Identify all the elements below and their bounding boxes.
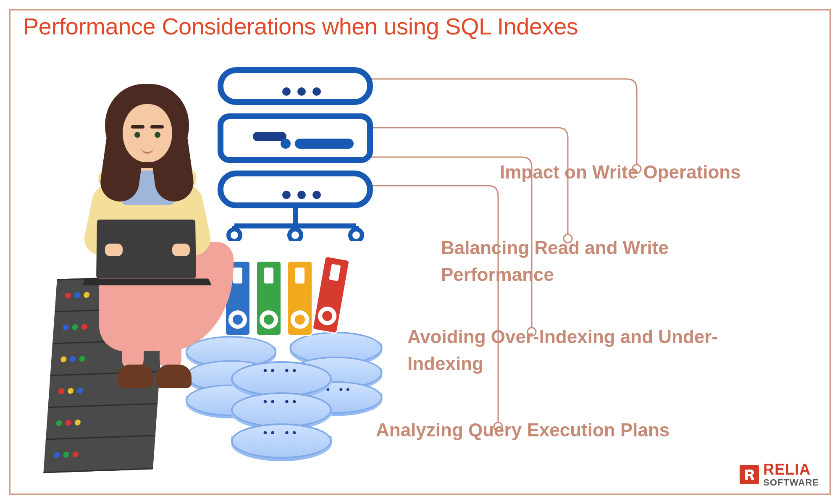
brand-logo: RELIA SOFTWARE: [740, 462, 819, 487]
list-item-1: Impact on Write Operations: [500, 159, 741, 186]
list-item-3: Avoiding Over-Indexing and Under-Indexin…: [407, 323, 785, 377]
illustration: •• •• •• •• •• •• •• ••: [34, 67, 412, 483]
svg-point-5: [289, 229, 301, 241]
logo-text-line1: RELIA: [763, 462, 819, 477]
list-item-2: Balancing Read and Write Performance: [441, 234, 785, 288]
page-title: Performance Considerations when using SQ…: [23, 13, 578, 40]
logo-text-line2: SOFTWARE: [763, 478, 819, 487]
logo-mark-icon: [740, 465, 759, 484]
svg-point-6: [350, 229, 362, 241]
person-with-laptop-icon: [59, 84, 252, 386]
list-item-4: Analyzing Query Execution Plans: [376, 417, 669, 444]
laptop-icon: [84, 219, 210, 291]
